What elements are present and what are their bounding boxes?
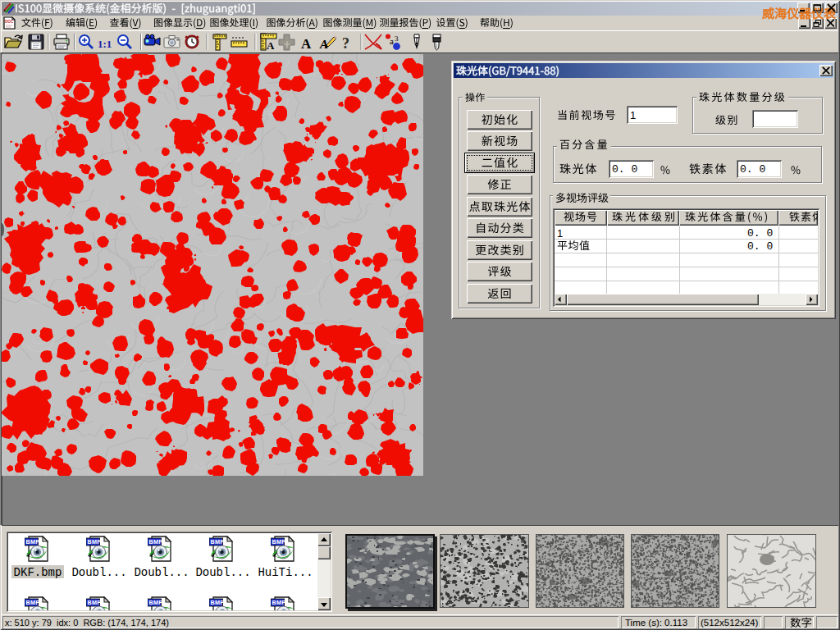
svg-text:A: A bbox=[301, 36, 312, 52]
svg-text:DOC: DOC bbox=[5, 20, 14, 24]
svg-text:A: A bbox=[267, 39, 275, 52]
svg-text:3: 3 bbox=[395, 34, 399, 43]
svg-text:a: a bbox=[390, 36, 394, 46]
svg-text:1:1: 1:1 bbox=[98, 38, 112, 50]
svg-text:?: ? bbox=[342, 35, 349, 52]
